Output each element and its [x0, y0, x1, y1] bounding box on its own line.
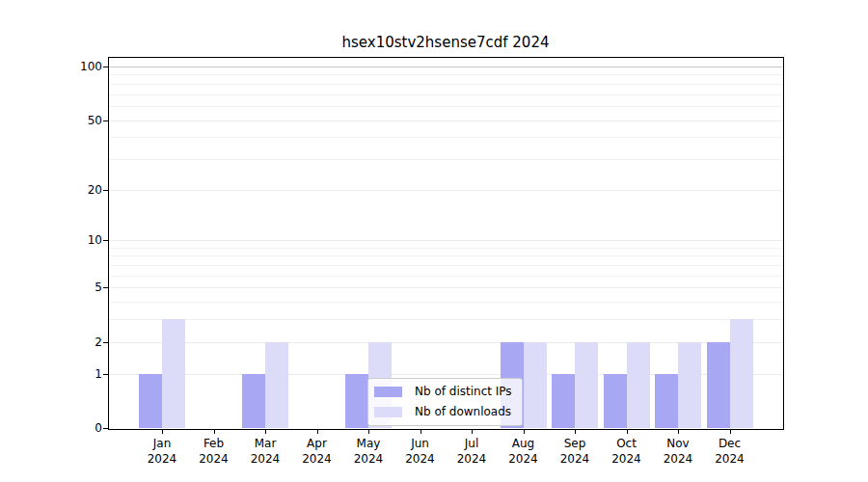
y-tick-label: 5: [37, 280, 102, 295]
bar-downloads: [730, 319, 753, 428]
y-tick-mark: [103, 240, 108, 241]
gridline-major: [109, 120, 782, 121]
x-tick-mark: [575, 429, 576, 434]
y-tick-label: 20: [37, 182, 102, 198]
gridline-minor: [109, 255, 782, 256]
x-tick-mark: [214, 429, 215, 434]
y-tick-label: 10: [37, 232, 102, 248]
gridline-minor: [109, 159, 782, 160]
x-tick-mark: [678, 429, 679, 434]
x-tick-year: 2024: [699, 451, 761, 467]
chart: hsex10stv2hsense7cdf 2024 0125102050100J…: [0, 0, 868, 482]
gridline-minor: [109, 74, 782, 75]
gridline-minor: [109, 265, 782, 266]
gridline-minor: [109, 248, 782, 249]
gridline-minor: [109, 84, 782, 85]
bar-downloads: [575, 342, 598, 428]
gridline-minor: [109, 302, 782, 303]
gridline-minor: [109, 137, 782, 138]
legend-swatch-distinct-ips: [374, 387, 402, 397]
y-tick-mark: [103, 428, 108, 429]
bar-downloads: [627, 342, 650, 428]
chart-title: hsex10stv2hsense7cdf 2024: [109, 34, 782, 51]
bar-distinct-ips: [139, 374, 162, 428]
x-tick-mark: [420, 429, 421, 434]
bar-downloads: [265, 342, 288, 428]
bar-distinct-ips: [707, 342, 730, 428]
y-tick-mark: [103, 342, 108, 343]
legend-entry-downloads: Nb of downloads: [374, 405, 512, 418]
bar-downloads: [162, 319, 185, 428]
x-tick-mark: [472, 429, 473, 434]
bar-distinct-ips: [345, 374, 368, 428]
x-tick-mark: [368, 429, 369, 434]
legend-label-distinct-ips: Nb of distinct IPs: [415, 385, 512, 398]
gridline-major: [109, 240, 782, 241]
x-tick-label: Dec2024: [699, 436, 761, 467]
gridline-minor: [109, 94, 782, 95]
x-tick-mark: [162, 429, 163, 434]
y-tick-label: 0: [37, 420, 102, 436]
y-tick-mark: [103, 287, 108, 288]
y-tick-label: 2: [37, 335, 102, 350]
bar-distinct-ips: [655, 374, 678, 428]
gridline-major: [109, 190, 782, 191]
bar-downloads: [524, 342, 547, 428]
y-tick-mark: [103, 190, 108, 191]
x-tick-mark: [265, 429, 266, 434]
y-tick-label: 1: [37, 366, 102, 382]
bar-distinct-ips: [242, 374, 265, 428]
gridline-minor: [109, 319, 782, 320]
y-tick-label: 50: [37, 113, 102, 128]
gridline-major: [109, 287, 782, 288]
y-tick-mark: [103, 120, 108, 121]
bar-distinct-ips: [552, 374, 575, 428]
x-tick-month: Dec: [699, 436, 761, 451]
gridline-minor: [109, 276, 782, 277]
x-tick-mark: [317, 429, 318, 434]
legend-swatch-downloads: [374, 407, 402, 417]
x-tick-mark: [730, 429, 731, 434]
y-tick-mark: [103, 374, 108, 375]
y-tick-label: 100: [37, 59, 102, 74]
x-tick-mark: [627, 429, 628, 434]
legend: Nb of distinct IPs Nb of downloads: [367, 378, 523, 426]
legend-entry-distinct-ips: Nb of distinct IPs: [374, 385, 512, 398]
legend-label-downloads: Nb of downloads: [415, 405, 511, 418]
x-tick-mark: [524, 429, 525, 434]
bar-distinct-ips: [604, 374, 627, 428]
y-tick-mark: [103, 67, 108, 67]
bar-downloads: [678, 342, 701, 428]
gridline-minor: [109, 106, 782, 107]
gridline-100: [109, 67, 782, 67]
